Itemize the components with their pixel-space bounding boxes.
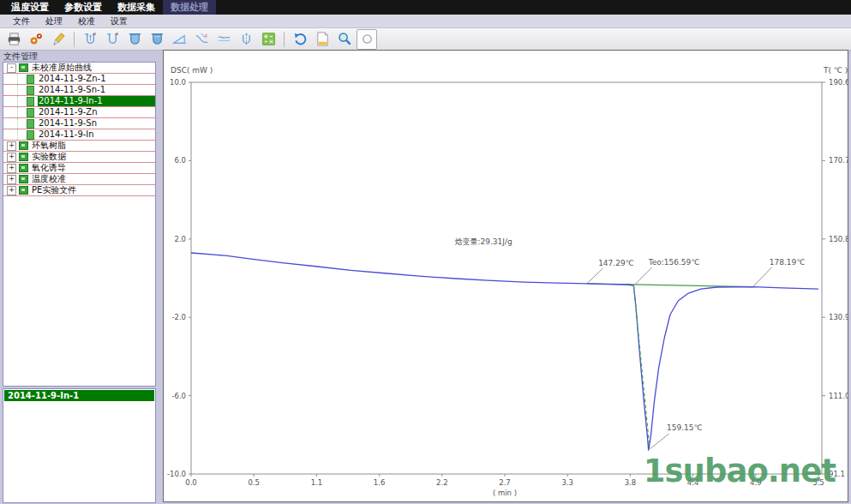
- crucible-filled-2-icon: [149, 31, 165, 47]
- tree-connector: [17, 118, 27, 129]
- file-icon: [27, 119, 34, 129]
- expand-toggle-icon[interactable]: +: [7, 186, 16, 195]
- crucible-arrow-icon: [238, 31, 255, 47]
- tree-item-epoxy-resin[interactable]: + 环氧树脂: [3, 141, 155, 152]
- expand-toggle-icon[interactable]: +: [7, 141, 16, 151]
- tree-item-label: 温度校准: [31, 174, 155, 184]
- app-window: { "menubar": { "items": ["温度设置", "参数设置",…: [0, 0, 851, 504]
- tangent-button[interactable]: c: [191, 29, 212, 50]
- tree-item-file-selected[interactable]: 2014-11-9-In-1: [3, 96, 155, 107]
- crucible-arrow-button[interactable]: [236, 29, 256, 50]
- x-axis-tick-label: 0.0: [185, 478, 197, 487]
- zoom-button[interactable]: [334, 29, 355, 50]
- svg-text:c: c: [205, 33, 207, 38]
- undo-button[interactable]: [290, 29, 310, 50]
- x-axis-tick-label: 3.3: [561, 478, 573, 487]
- submenu-settings[interactable]: 设置: [103, 15, 135, 27]
- svg-text:c: c: [116, 31, 118, 36]
- expand-toggle-icon[interactable]: +: [7, 164, 16, 173]
- folder-icon: [19, 63, 28, 72]
- tree-item-label: 2014-11-9-Zn: [38, 107, 155, 117]
- y-axis-left-tick-label: -10.0: [167, 470, 186, 478]
- file-icon: [27, 97, 34, 106]
- tree-connector: [17, 96, 27, 106]
- x-axis-tick-label: 1.6: [374, 478, 386, 487]
- tree-connector: [17, 74, 27, 84]
- tree-connector: [17, 85, 27, 95]
- crucible-c-button[interactable]: c: [102, 29, 123, 50]
- file-icon: [27, 130, 34, 140]
- collapse-toggle-icon[interactable]: -: [7, 63, 16, 73]
- tree-item-file[interactable]: 2014-11-9-Zn: [3, 107, 155, 118]
- expand-toggle-icon[interactable]: +: [7, 175, 16, 184]
- folder-icon: [19, 175, 28, 183]
- crucible-filled-2-button[interactable]: [147, 29, 167, 50]
- tree-item-oxidation-induction[interactable]: + 氧化诱导: [3, 163, 155, 174]
- tree-item-pe-experiment-files[interactable]: + PE实验文件: [3, 185, 155, 196]
- tree-item-label: PE实验文件: [31, 185, 155, 195]
- y-axis-right-tick-label: 150.8: [829, 235, 848, 243]
- new-document-button[interactable]: [312, 29, 333, 50]
- chart-panel: 10.0190.66.0170.72.0150.8-2.0130.9-6.011…: [163, 50, 848, 502]
- tree-item-temperature-calibration[interactable]: + 温度校准: [3, 174, 155, 185]
- edit-pencil-icon: [51, 31, 67, 47]
- menu-temperature-settings[interactable]: 温度设置: [3, 0, 57, 15]
- tree-item-file[interactable]: 2014-11-9-Sn: [3, 118, 155, 129]
- submenu-file[interactable]: 文件: [5, 15, 38, 27]
- tree-item-label: 未校准原始曲线: [31, 63, 155, 73]
- menu-data-processing[interactable]: 数据处理: [163, 0, 216, 15]
- y-axis-left-title: DSC( mW ): [171, 66, 213, 75]
- new-document-icon: [315, 31, 331, 47]
- print-button[interactable]: [3, 29, 24, 50]
- dsc-plot[interactable]: 10.0190.66.0170.72.0150.8-2.0130.9-6.011…: [164, 51, 848, 501]
- expand-toggle-icon[interactable]: +: [7, 153, 16, 162]
- x-axis-tick-label: 0.5: [248, 478, 260, 487]
- sub-menu-bar: 文件 处理 校准 设置: [0, 15, 851, 28]
- print-icon: [6, 31, 22, 47]
- tree-item-uncalibrated-curves[interactable]: - 未校准原始曲线: [3, 63, 155, 74]
- tree-item-label: 实验数据: [31, 152, 155, 162]
- grid-calc-icon: [261, 31, 277, 47]
- tree-item-label: 2014-11-9-In-1: [38, 96, 155, 106]
- crucible-filled-1-button[interactable]: [124, 29, 145, 50]
- toolbar-separator: [74, 32, 75, 47]
- menu-data-acquisition[interactable]: 数据采集: [110, 0, 163, 15]
- crucible-onset-icon: c: [82, 31, 99, 47]
- x-axis-tick-label: 4.4: [687, 478, 699, 487]
- tree-item-file[interactable]: 2014-11-9-In: [3, 129, 155, 141]
- grid-calc-button[interactable]: [258, 29, 279, 50]
- file-tree: - 未校准原始曲线 2014-11-9-Zn-1 2014-11-9-Sn-1 …: [3, 62, 156, 387]
- open-file-item-selected[interactable]: 2014-11-9-In-1: [4, 390, 154, 401]
- y-axis-right-title: T( ℃ ): [823, 66, 848, 75]
- dsc-curve: [191, 253, 818, 450]
- tree-item-label: 氧化诱导: [31, 163, 155, 173]
- y-axis-left-tick-label: 2.0: [174, 235, 186, 243]
- slope-button[interactable]: [169, 29, 189, 50]
- crucible-c-icon: c: [105, 31, 121, 47]
- tree-item-label: 2014-11-9-Sn: [38, 118, 155, 129]
- settings-button[interactable]: [26, 29, 46, 50]
- crucible-filled-1-icon: [127, 31, 143, 47]
- edit-button[interactable]: [48, 29, 69, 50]
- y-axis-right-tick-label: 91.1: [829, 470, 845, 478]
- baseline-button[interactable]: [213, 29, 234, 50]
- tree-item-experiment-data[interactable]: + 实验数据: [3, 152, 155, 163]
- folder-icon: [19, 186, 28, 195]
- toolbar: c c c: [0, 28, 851, 51]
- y-axis-left-tick-label: 6.0: [174, 156, 186, 165]
- y-axis-left-tick-label: 10.0: [170, 78, 186, 87]
- submenu-process[interactable]: 处理: [38, 15, 70, 27]
- annotation-leader-line: [650, 434, 668, 448]
- tree-connector: [17, 129, 27, 140]
- crucible-onset-button[interactable]: c: [80, 29, 100, 50]
- annotation-leader-line: [587, 268, 603, 284]
- x-axis-tick-label: 1.1: [311, 478, 323, 487]
- menu-parameter-settings[interactable]: 参数设置: [57, 0, 110, 15]
- undo-icon: [292, 31, 309, 47]
- submenu-calibration[interactable]: 校准: [70, 15, 103, 27]
- tree-item-file[interactable]: 2014-11-9-Zn-1: [3, 74, 155, 85]
- x-axis-tick-label: 3.8: [625, 478, 637, 487]
- folder-icon: [19, 153, 28, 161]
- circle-select-button[interactable]: [357, 29, 377, 50]
- tree-item-file[interactable]: 2014-11-9-Sn-1: [3, 85, 155, 96]
